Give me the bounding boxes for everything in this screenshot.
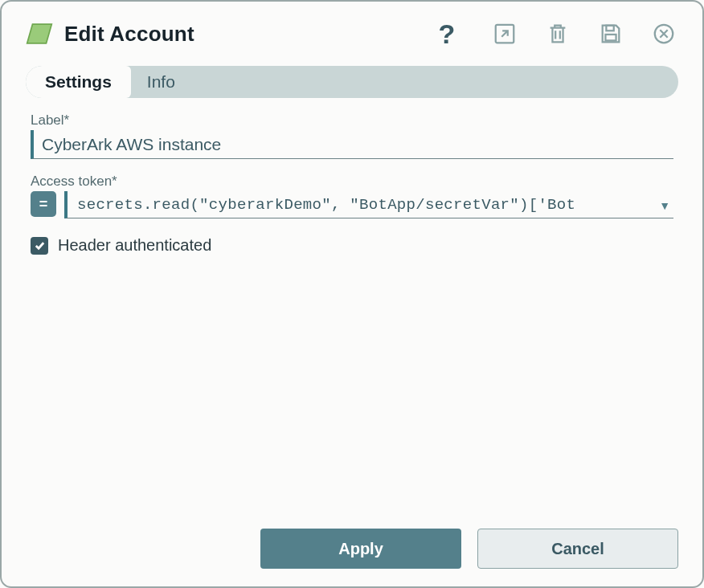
settings-form: Label* Access token* = ▼ Header authenti… (26, 112, 678, 255)
tab-label: Settings (45, 72, 112, 92)
apply-button[interactable]: Apply (260, 529, 461, 569)
access-token-input[interactable] (64, 191, 673, 218)
trash-icon[interactable] (543, 19, 572, 48)
access-token-input-wrap: ▼ (64, 191, 673, 218)
dialog-footer: Apply Cancel (26, 529, 678, 569)
svg-rect-2 (606, 26, 613, 31)
account-icon (26, 22, 53, 45)
expression-mode-icon[interactable]: = (31, 191, 56, 217)
cancel-button[interactable]: Cancel (477, 529, 678, 569)
access-token-label: Access token* (31, 174, 673, 190)
label-input[interactable] (31, 130, 673, 159)
help-icon[interactable]: ? (432, 19, 461, 48)
dialog-title: Edit Account (64, 22, 194, 47)
popout-icon[interactable] (490, 19, 519, 48)
header-auth-checkbox[interactable] (31, 237, 48, 255)
tab-label: Info (147, 72, 175, 92)
header-auth-label: Header authenticated (58, 236, 211, 255)
edit-account-dialog: Edit Account ? (0, 0, 704, 588)
access-token-row: = ▼ (31, 191, 673, 218)
title-bar: Edit Account ? (26, 16, 678, 51)
label-field-label: Label* (31, 112, 673, 129)
svg-rect-3 (605, 35, 616, 41)
svg-marker-0 (27, 24, 52, 43)
header-auth-row: Header authenticated (31, 236, 673, 255)
tab-bar: Settings Info (26, 66, 678, 98)
save-icon[interactable] (596, 19, 625, 48)
tab-settings[interactable]: Settings (26, 66, 131, 98)
tab-info[interactable]: Info (128, 66, 194, 98)
close-icon[interactable] (649, 19, 678, 48)
